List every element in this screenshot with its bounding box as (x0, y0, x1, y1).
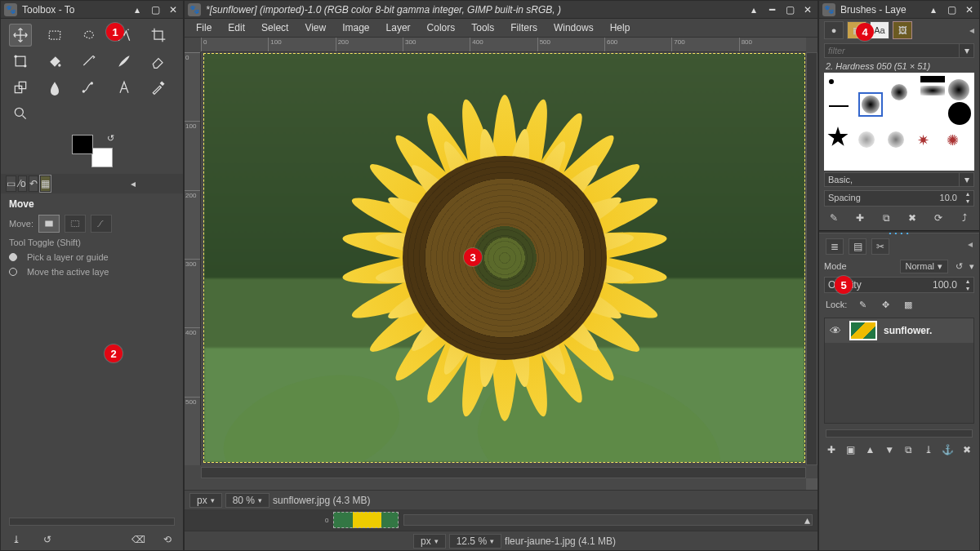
menu-filters[interactable]: Filters (504, 20, 544, 35)
tab-tool-options[interactable]: ▭ (6, 176, 16, 192)
new-brush-icon[interactable]: ✚ (852, 211, 868, 225)
menu-colors[interactable]: Colors (421, 20, 462, 35)
maximize-icon[interactable]: ▢ (149, 3, 162, 16)
maximize-icon[interactable]: ▢ (945, 3, 958, 16)
ruler-vertical[interactable]: 0 100 200 300 400 500 (185, 52, 201, 465)
paintbrush-tool[interactable] (113, 50, 136, 73)
secondary-scroll[interactable]: ▴ (403, 514, 813, 526)
ruler-horizontal[interactable]: 0 100 200 300 400 500 600 700 800 (201, 38, 806, 52)
move-mode-path[interactable] (91, 215, 112, 233)
open-brush-as-image-icon[interactable]: ⤴ (956, 211, 973, 225)
color-swatches[interactable]: ↺ (72, 135, 113, 167)
canvas-v-scrollbar[interactable] (806, 52, 817, 465)
layer-item[interactable]: 👁 sunflower. (825, 318, 973, 343)
text-tool[interactable] (113, 76, 136, 99)
color-picker-tool[interactable] (147, 76, 170, 99)
eraser-tool[interactable] (147, 50, 170, 73)
bucket-fill-tool[interactable] (43, 50, 66, 73)
lock-position-icon[interactable]: ✥ (878, 297, 893, 312)
bg-color-swatch[interactable] (91, 148, 113, 167)
horizontal-scrollbar[interactable] (9, 518, 175, 526)
reset-options-icon[interactable]: ⟲ (160, 532, 175, 547)
layers-h-scroll[interactable] (826, 429, 973, 438)
tab-layers[interactable]: ≣ (826, 238, 844, 255)
layer-visibility-icon[interactable]: 👁 (828, 324, 843, 337)
radio-pick-layer[interactable]: Pick a layer or guide (9, 252, 175, 262)
canvas-image[interactable] (204, 54, 804, 462)
menu-edit[interactable]: Edit (221, 20, 252, 35)
zoom-dropdown-2[interactable]: 12.5 %▾ (449, 534, 501, 549)
layer-name[interactable]: sunflower. (884, 325, 932, 336)
new-layer-icon[interactable]: ✚ (824, 442, 839, 457)
menu-help[interactable]: Help (604, 20, 637, 35)
fg-color-swatch[interactable] (72, 135, 93, 154)
merge-down-icon[interactable]: ⤓ (921, 442, 936, 457)
new-layer-group-icon[interactable]: ▣ (844, 442, 858, 457)
menu-tools[interactable]: Tools (465, 20, 501, 35)
brushes-titlebar[interactable]: 🐾 Brushes - Laye ▴ ▢ ✕ (819, 1, 979, 19)
opacity-down[interactable]: ▾ (962, 285, 973, 292)
close-icon[interactable]: ✕ (801, 3, 814, 16)
clone-tool[interactable] (9, 76, 32, 99)
rollup-icon[interactable]: ▴ (131, 3, 144, 16)
edit-brush-icon[interactable]: ✎ (826, 211, 842, 225)
tab-document-history[interactable]: 🖼 (893, 21, 912, 39)
minimize-icon[interactable]: ━ (765, 3, 778, 16)
tab-paths[interactable]: ✂ (871, 238, 889, 255)
anchor-layer-icon[interactable]: ⚓ (941, 442, 956, 457)
layer-thumbnail[interactable] (849, 321, 877, 340)
menu-image[interactable]: Image (336, 20, 376, 35)
menu-file[interactable]: File (189, 20, 218, 35)
tab-device-status[interactable]: ∕o (18, 176, 27, 192)
menu-windows[interactable]: Windows (547, 20, 600, 35)
tab-brushes[interactable]: ● (824, 21, 844, 39)
restore-options-icon[interactable]: ↺ (40, 532, 55, 547)
close-icon[interactable]: ✕ (167, 3, 180, 16)
layers-tab-menu-icon[interactable]: ◂ (968, 238, 973, 255)
menu-view[interactable]: View (298, 20, 332, 35)
radio-move-active[interactable]: Move the active laye (9, 267, 175, 277)
free-select-tool[interactable] (78, 24, 100, 47)
zoom-dropdown[interactable]: 80 %▾ (225, 493, 270, 508)
menu-select[interactable]: Select (255, 20, 295, 35)
smudge-tool[interactable] (43, 76, 66, 99)
layer-list[interactable]: 👁 sunflower. (824, 318, 974, 424)
path-tool[interactable] (78, 76, 100, 99)
tab-images[interactable]: ▦ (40, 176, 51, 192)
rollup-icon[interactable]: ▴ (927, 3, 940, 16)
lock-alpha-icon[interactable]: ▩ (901, 297, 915, 312)
maximize-icon[interactable]: ▢ (783, 3, 796, 16)
tab-channels[interactable]: ▤ (849, 238, 866, 255)
brush-filter-input[interactable] (824, 43, 960, 58)
close-icon[interactable]: ✕ (963, 3, 976, 16)
dock-separator[interactable]: • • • • (819, 230, 979, 233)
filter-dropdown-icon[interactable]: ▾ (960, 43, 974, 58)
secondary-image-thumb[interactable] (333, 512, 399, 528)
duplicate-brush-icon[interactable]: ⧉ (878, 211, 894, 225)
rollup-icon[interactable]: ▴ (747, 3, 760, 16)
scroll-arrow-icon[interactable]: ▴ (804, 513, 810, 527)
lock-pixels-icon[interactable]: ✎ (855, 297, 870, 312)
lower-layer-icon[interactable]: ▼ (882, 442, 897, 457)
spacing-field[interactable]: Spacing 10.0 ▴▾ (824, 190, 974, 207)
tab-menu-icon[interactable]: ◂ (969, 24, 974, 36)
navigation-thumb[interactable] (806, 478, 817, 490)
mode-reset-icon[interactable]: ↺ (951, 259, 966, 273)
move-mode-layer[interactable] (38, 215, 60, 233)
gradient-tool[interactable] (78, 50, 100, 73)
mode-dropdown[interactable]: Normal▾ (900, 260, 948, 273)
units-dropdown-2[interactable]: px▾ (413, 534, 446, 549)
refresh-brushes-icon[interactable]: ⟳ (930, 211, 947, 225)
image-titlebar[interactable]: 🐾 *[sunflower] (imported)-1.0 (RGB color… (185, 1, 817, 19)
move-tool[interactable] (9, 24, 32, 47)
move-mode-selection[interactable] (65, 215, 86, 233)
canvas-h-scrollbar[interactable] (201, 467, 806, 478)
rect-select-tool[interactable] (43, 24, 66, 47)
brush-preset-select[interactable]: Basic, (824, 172, 960, 187)
swap-colors-icon[interactable]: ↺ (107, 133, 114, 144)
raise-layer-icon[interactable]: ▲ (863, 442, 878, 457)
delete-options-icon[interactable]: ⌫ (131, 532, 145, 547)
spacing-down[interactable]: ▾ (962, 198, 973, 206)
delete-layer-icon[interactable]: ✖ (960, 442, 974, 457)
crop-tool[interactable] (147, 24, 170, 47)
